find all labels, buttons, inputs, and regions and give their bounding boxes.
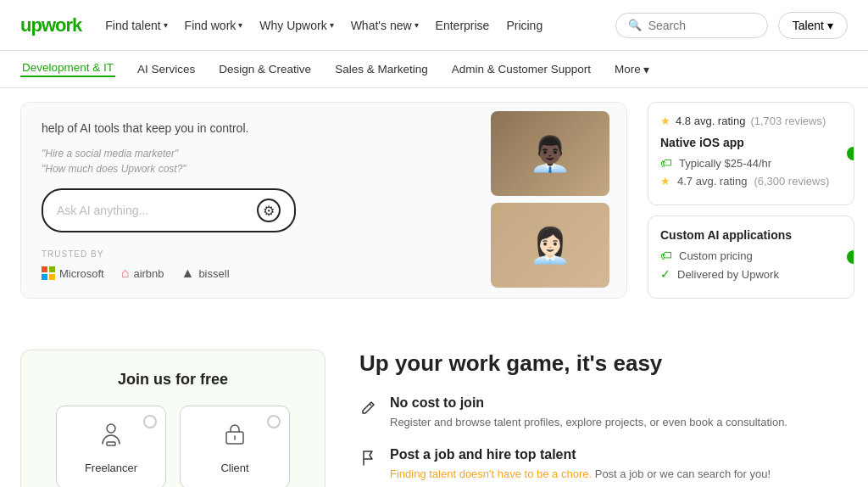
ios-pricing-text: Typically $25-44/hr — [679, 157, 771, 170]
ios-review-count: (6,300 reviews) — [754, 175, 829, 188]
left-panel: help of AI tools that keep you in contro… — [0, 88, 648, 333]
nav-why-upwork[interactable]: Why Upwork ▾ — [259, 19, 333, 32]
join-options: Freelancer Client — [42, 406, 304, 487]
hero-card: help of AI tools that keep you in contro… — [20, 102, 627, 299]
airbnb-logo: ⌂ airbnb — [121, 266, 164, 281]
custom-ai-title: Custom AI applications — [660, 228, 842, 242]
join-title: Join us for free — [42, 371, 304, 389]
nav-admin-support[interactable]: Admin & Customer Support — [450, 63, 593, 76]
nav-sales-marketing[interactable]: Sales & Marketing — [333, 63, 430, 76]
flag-icon — [359, 449, 378, 483]
nav-right: 🔍 Talent ▾ — [615, 12, 848, 39]
hero-text: help of AI tools that keep you in contro… — [42, 120, 330, 137]
delivery-detail: ✓ Delivered by Upwork — [660, 267, 842, 281]
top-rating-value: 4.8 avg. rating — [676, 115, 745, 127]
upwork-logo[interactable]: upwork — [20, 14, 81, 36]
search-input[interactable] — [648, 19, 755, 32]
post-job-item: Post a job and hire top talent Finding t… — [359, 447, 848, 483]
ai-input-box[interactable]: Ask AI anything... ⚙ — [42, 188, 296, 232]
client-icon — [221, 420, 248, 453]
freelancer-icon — [97, 420, 125, 453]
right-info: Up your work game, it's easy No cost to … — [359, 350, 848, 487]
nav-design-creative[interactable]: Design & Creative — [217, 63, 313, 76]
ios-app-card: ★ 4.8 avg. rating (1,703 reviews) Native… — [648, 102, 854, 205]
custom-pricing-text: Custom pricing — [679, 249, 753, 262]
hero-photos: 👨🏿‍💼 👩🏻‍💼 — [491, 111, 609, 288]
bissell-logo: ▲ bissell — [181, 266, 230, 281]
microsoft-logo: Microsoft — [42, 266, 104, 280]
no-cost-title: No cost to join — [390, 395, 787, 411]
tag-icon-2: 🏷 — [660, 249, 672, 262]
freelancer-radio[interactable] — [143, 415, 157, 428]
post-job-desc: Finding talent doesn't have to be a chor… — [390, 466, 771, 483]
online-indicator-2 — [847, 250, 854, 264]
star-icon: ★ — [660, 115, 670, 127]
right-sidebar: ★ 4.8 avg. rating (1,703 reviews) Native… — [648, 88, 868, 333]
nav-items: Find talent ▾ Find work ▾ Why Upwork ▾ W… — [105, 19, 615, 32]
nav-find-work[interactable]: Find work ▾ — [185, 19, 243, 32]
nav-find-talent[interactable]: Find talent ▾ — [105, 19, 167, 32]
nav-more[interactable]: More ▾ — [613, 63, 651, 76]
custom-pricing-detail: 🏷 Custom pricing — [660, 249, 842, 262]
post-job-content: Post a job and hire top talent Finding t… — [390, 447, 771, 483]
hero-photo-bottom: 👩🏻‍💼 — [491, 203, 609, 288]
no-cost-item: No cost to join Register and browse tale… — [359, 395, 848, 431]
second-nav: Development & IT AI Services Design & Cr… — [0, 51, 868, 88]
no-cost-desc: Register and browse talent profiles, exp… — [390, 414, 787, 431]
chevron-down-icon: ▾ — [164, 20, 168, 30]
ios-app-title: Native iOS app — [660, 136, 842, 149]
edit-icon — [359, 397, 378, 431]
nav-enterprise[interactable]: Enterprise — [436, 19, 490, 32]
bottom-section: Join us for free Freelancer — [0, 333, 868, 487]
custom-ai-card: Custom AI applications 🏷 Custom pricing … — [648, 216, 854, 299]
no-cost-content: No cost to join Register and browse tale… — [390, 395, 787, 431]
delivery-text: Delivered by Upwork — [677, 268, 779, 281]
search-icon: 🔍 — [628, 19, 642, 31]
online-indicator — [847, 147, 854, 160]
ai-submit-icon[interactable]: ⚙ — [257, 199, 281, 222]
nav-development-it[interactable]: Development & IT — [20, 61, 115, 77]
hero-photo-top: 👨🏿‍💼 — [491, 111, 609, 196]
client-label: Client — [220, 462, 248, 474]
svg-rect-1 — [107, 442, 115, 445]
post-job-title: Post a job and hire top talent — [390, 447, 771, 462]
client-option[interactable]: Client — [180, 406, 290, 487]
chevron-down-icon: ▾ — [238, 20, 242, 30]
join-card: Join us for free Freelancer — [20, 350, 326, 487]
chevron-down-icon: ▾ — [330, 20, 334, 30]
chevron-down-icon: ▾ — [415, 20, 419, 30]
person-photo-1: 👨🏿‍💼 — [491, 111, 609, 196]
ai-input-placeholder: Ask AI anything... — [57, 204, 248, 217]
client-radio[interactable] — [267, 415, 281, 428]
nav-ai-services[interactable]: AI Services — [136, 63, 197, 76]
freelancer-option[interactable]: Freelancer — [56, 406, 166, 487]
top-nav: upwork Find talent ▾ Find work ▾ Why Upw… — [0, 0, 868, 51]
svg-point-0 — [107, 424, 115, 433]
star-icon-2: ★ — [660, 175, 670, 188]
chevron-down-icon: ▾ — [643, 63, 649, 76]
talent-button[interactable]: Talent ▾ — [778, 12, 848, 39]
nav-pricing[interactable]: Pricing — [506, 19, 542, 32]
top-rating-line: ★ 4.8 avg. rating (1,703 reviews) — [660, 115, 842, 127]
freelancer-label: Freelancer — [85, 462, 137, 474]
person-photo-2: 👩🏻‍💼 — [491, 203, 609, 288]
check-icon: ✓ — [660, 267, 670, 281]
top-review-count: (1,703 reviews) — [750, 115, 826, 127]
ios-rating-detail: ★ 4.7 avg. rating (6,300 reviews) — [660, 175, 842, 188]
ios-rating-text: 4.7 avg. rating — [677, 175, 747, 188]
main-content: help of AI tools that keep you in contro… — [0, 88, 868, 333]
microsoft-grid-icon — [42, 266, 55, 280]
ios-pricing-detail: 🏷 Typically $25-44/hr — [660, 156, 842, 170]
nav-whats-new[interactable]: What's new ▾ — [351, 19, 419, 32]
search-box[interactable]: 🔍 — [615, 13, 768, 38]
tag-icon: 🏷 — [660, 156, 672, 170]
section-title: Up your work game, it's easy — [359, 350, 848, 378]
chevron-down-icon: ▾ — [827, 19, 833, 32]
